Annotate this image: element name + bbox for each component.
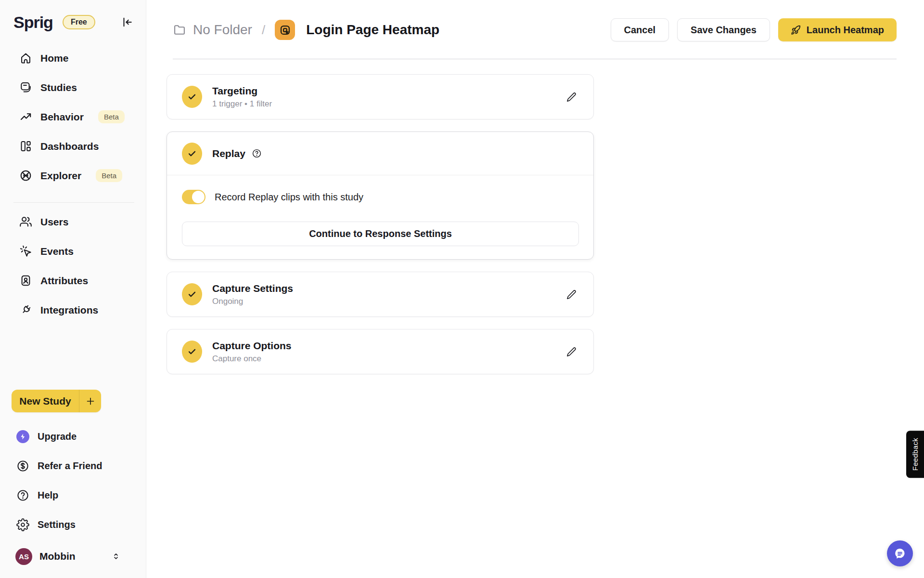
section-subtitle: Ongoing	[212, 297, 293, 306]
section-subtitle: 1 trigger • 1 filter	[212, 99, 272, 109]
sidebar-item-label: Attributes	[40, 275, 88, 287]
section-title: Replay	[212, 148, 245, 159]
sidebar-item-label: Settings	[38, 519, 76, 530]
check-circle-icon	[182, 341, 202, 363]
sidebar-nav-secondary: Users Events Attributes Integrations	[12, 207, 135, 325]
sidebar-item-label: Upgrade	[38, 431, 77, 442]
study-settings-sections: Targeting 1 trigger • 1 filter Replay	[167, 74, 594, 374]
check-circle-icon	[182, 143, 202, 165]
breadcrumb-folder[interactable]: No Folder	[193, 22, 252, 38]
capture-options-card: Capture Options Capture once	[167, 329, 594, 374]
sidebar-item-label: Studies	[40, 82, 77, 93]
sidebar-item-studies[interactable]: Studies	[12, 73, 135, 102]
section-title: Capture Options	[212, 340, 292, 352]
question-circle-icon[interactable]	[252, 148, 262, 158]
chat-widget-button[interactable]	[887, 540, 913, 566]
sidebar-item-behavior[interactable]: Behavior Beta	[12, 102, 135, 131]
sidebar-item-refer-a-friend[interactable]: Refer a Friend	[12, 451, 135, 481]
account-switcher[interactable]: AS Mobbin	[12, 539, 135, 573]
replay-card: Replay Record Replay clips with this stu…	[167, 131, 594, 260]
app-window: Sprig Free Home Studies	[0, 0, 924, 578]
users-icon	[19, 215, 32, 228]
studies-icon	[19, 81, 32, 94]
dashboards-icon	[19, 140, 32, 153]
new-study-label: New Study	[12, 390, 79, 412]
sidebar-header: Sprig Free	[12, 12, 135, 33]
collapse-sidebar-icon[interactable]	[121, 16, 133, 28]
section-subtitle: Capture once	[212, 354, 292, 364]
avatar: AS	[15, 548, 32, 565]
toggle-knob	[192, 191, 205, 203]
launch-heatmap-button[interactable]: Launch Heatmap	[778, 18, 897, 41]
record-replay-toggle-label: Record Replay clips with this study	[215, 192, 363, 203]
sidebar-item-label: Help	[38, 490, 58, 501]
explorer-icon	[19, 169, 32, 182]
integrations-icon	[19, 303, 32, 316]
sidebar-divider	[13, 202, 134, 203]
section-title: Capture Settings	[212, 283, 293, 294]
sidebar-item-integrations[interactable]: Integrations	[12, 295, 135, 325]
new-study-button[interactable]: New Study	[12, 390, 101, 412]
sidebar-nav-footer: Upgrade Refer a Friend Help	[12, 422, 135, 539]
sidebar-item-label: Behavior	[40, 111, 84, 123]
sidebar-item-label: Home	[40, 53, 68, 64]
behavior-icon	[19, 110, 32, 123]
continue-to-response-settings-button[interactable]: Continue to Response Settings	[182, 222, 579, 246]
refer-icon	[16, 460, 29, 473]
plan-badge: Free	[63, 15, 95, 29]
home-icon	[19, 52, 32, 65]
sidebar-bottom: New Study Upgrade Refer a Friend	[12, 390, 135, 573]
sidebar-item-home[interactable]: Home	[12, 43, 135, 73]
chat-bubble-icon	[893, 547, 907, 560]
save-changes-button[interactable]: Save Changes	[677, 18, 770, 41]
targeting-card: Targeting 1 trigger • 1 filter	[167, 74, 594, 119]
header-divider	[173, 59, 897, 59]
sidebar-item-label: Refer a Friend	[38, 460, 102, 472]
sidebar-item-events[interactable]: Events	[12, 236, 135, 266]
page-title: Login Page Heatmap	[306, 22, 439, 38]
feedback-tab[interactable]: Feedback	[906, 431, 924, 478]
check-circle-icon	[182, 86, 202, 108]
attributes-icon	[19, 274, 32, 287]
upgrade-icon	[16, 430, 29, 443]
sidebar-item-help[interactable]: Help	[12, 481, 135, 510]
sidebar-item-dashboards[interactable]: Dashboards	[12, 131, 135, 161]
sidebar-item-explorer[interactable]: Explorer Beta	[12, 161, 135, 190]
breadcrumb: No Folder / Login Page Heatmap	[173, 20, 439, 40]
sidebar-item-label: Explorer	[40, 170, 81, 182]
sidebar: Sprig Free Home Studies	[0, 0, 146, 578]
beta-badge: Beta	[98, 110, 125, 123]
sidebar-item-label: Events	[40, 246, 74, 257]
page-header: No Folder / Login Page Heatmap Cancel Sa…	[173, 17, 897, 42]
main-content: No Folder / Login Page Heatmap Cancel Sa…	[146, 0, 924, 578]
account-name: Mobbin	[39, 551, 76, 562]
sprig-logo: Sprig	[13, 13, 53, 32]
sidebar-item-attributes[interactable]: Attributes	[12, 266, 135, 295]
capture-settings-card: Capture Settings Ongoing	[167, 272, 594, 317]
header-actions: Cancel Save Changes Launch Heatmap	[611, 18, 897, 41]
help-icon	[16, 489, 29, 502]
rocket-icon	[791, 25, 801, 35]
launch-heatmap-label: Launch Heatmap	[807, 25, 884, 36]
sidebar-item-upgrade[interactable]: Upgrade	[12, 422, 135, 451]
sidebar-item-label: Integrations	[40, 304, 98, 316]
record-replay-toggle[interactable]	[182, 190, 205, 204]
gear-icon	[16, 518, 29, 531]
plus-icon[interactable]	[79, 390, 101, 412]
chevrons-up-down-icon	[111, 552, 121, 561]
events-icon	[19, 245, 32, 258]
edit-capture-settings-button[interactable]	[564, 287, 579, 302]
cancel-button[interactable]: Cancel	[611, 18, 669, 41]
sidebar-item-users[interactable]: Users	[12, 207, 135, 236]
check-circle-icon	[182, 283, 202, 305]
sidebar-item-label: Dashboards	[40, 141, 99, 152]
section-title: Targeting	[212, 85, 272, 97]
edit-capture-options-button[interactable]	[564, 344, 579, 359]
sidebar-item-settings[interactable]: Settings	[12, 510, 135, 539]
folder-icon	[173, 23, 186, 37]
sidebar-item-label: Users	[40, 216, 68, 228]
edit-targeting-button[interactable]	[564, 90, 579, 105]
breadcrumb-separator: /	[262, 23, 265, 38]
heatmap-study-icon	[275, 20, 295, 40]
beta-badge: Beta	[96, 169, 122, 182]
